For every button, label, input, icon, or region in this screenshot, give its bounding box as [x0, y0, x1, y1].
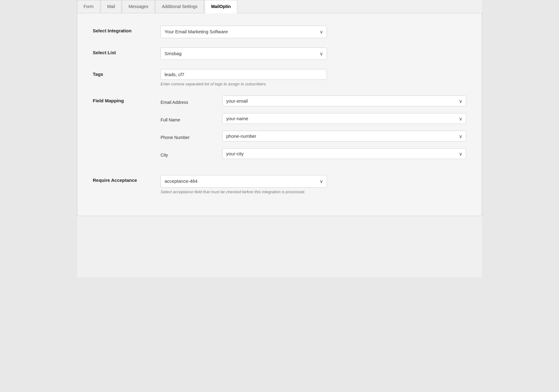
field-mapping-row: Field Mapping Email Address your-email F… [93, 96, 466, 166]
require-acceptance-control: acceptance-484 Select acceptance field t… [161, 175, 352, 194]
mapping-email-dropdown[interactable]: your-email [222, 96, 466, 106]
select-integration-wrap: Your Email Marketing Software [161, 26, 327, 38]
select-integration-row: Select Integration Your Email Marketing … [93, 26, 466, 38]
require-acceptance-dropdown[interactable]: acceptance-484 [161, 175, 327, 188]
select-list-wrap: Smsbag [161, 47, 327, 60]
mapping-city-dropdown[interactable]: your-city [222, 148, 466, 159]
tags-input[interactable] [161, 69, 327, 80]
tags-label: Tags [93, 69, 161, 77]
tags-help-text: Enter comma separated list of tags to as… [161, 82, 352, 86]
tab-form[interactable]: Form [77, 0, 100, 13]
tags-control: Enter comma separated list of tags to as… [161, 69, 352, 86]
mapping-fullname-select-wrap: your-name [222, 113, 466, 124]
field-mapping-content: Email Address your-email Full Name your-… [161, 96, 466, 166]
select-list-label: Select List [93, 47, 161, 55]
mapping-city-select-wrap: your-city [222, 148, 466, 159]
mapping-city-label: City [161, 150, 222, 157]
mapping-row-phone: Phone Number phone-number [161, 131, 466, 141]
mapping-phone-dropdown[interactable]: phone-number [222, 131, 466, 141]
select-list-dropdown[interactable]: Smsbag [161, 47, 327, 60]
require-acceptance-select-wrap: acceptance-484 [161, 175, 327, 188]
require-acceptance-help-text: Select acceptance field that must be che… [161, 190, 352, 194]
mapping-row-email: Email Address your-email [161, 96, 466, 106]
tab-mail[interactable]: Mail [101, 0, 122, 13]
tabs-bar: Form Mail Messages Additional Settings M… [77, 0, 482, 13]
mapping-fullname-label: Full Name [161, 115, 222, 122]
require-acceptance-label: Require Acceptance [93, 175, 161, 183]
tab-content: Select Integration Your Email Marketing … [77, 13, 482, 216]
select-integration-control: Your Email Marketing Software [161, 26, 352, 38]
mapping-email-select-wrap: your-email [222, 96, 466, 106]
tab-mailoptin[interactable]: MailOptin [205, 0, 237, 13]
select-list-control: Smsbag [161, 47, 352, 60]
select-list-row: Select List Smsbag [93, 47, 466, 60]
mapping-email-label: Email Address [161, 97, 222, 105]
tab-additional-settings[interactable]: Additional Settings [155, 0, 204, 13]
mapping-row-fullname: Full Name your-name [161, 113, 466, 124]
tags-row: Tags Enter comma separated list of tags … [93, 69, 466, 86]
mapping-phone-label: Phone Number [161, 133, 222, 140]
select-integration-dropdown[interactable]: Your Email Marketing Software [161, 26, 327, 38]
select-integration-label: Select Integration [93, 26, 161, 33]
mapping-fullname-dropdown[interactable]: your-name [222, 113, 466, 124]
tab-messages[interactable]: Messages [122, 0, 155, 13]
field-mapping-label: Field Mapping [93, 96, 161, 103]
require-acceptance-row: Require Acceptance acceptance-484 Select… [93, 175, 466, 194]
mapping-phone-select-wrap: phone-number [222, 131, 466, 141]
mapping-row-city: City your-city [161, 148, 466, 159]
